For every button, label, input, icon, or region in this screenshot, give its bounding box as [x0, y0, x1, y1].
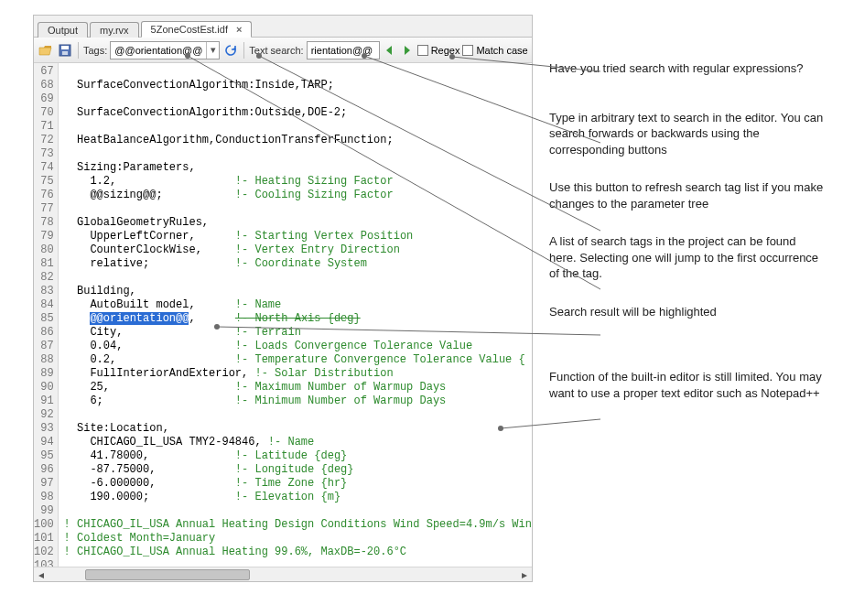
code-line	[64, 202, 532, 216]
code-line: 0.04, !- Loads Convergence Tolerance Val…	[64, 340, 532, 353]
code-line: Sizing:Parameters,	[64, 161, 532, 175]
code-line: 6; !- Minimum Number of Warmup Days	[64, 394, 532, 408]
chevron-down-icon[interactable]: ▾	[206, 42, 219, 59]
tab-output[interactable]: Output	[38, 22, 88, 38]
checkbox-box	[417, 45, 428, 56]
scroll-right-icon[interactable]: ▸	[517, 568, 532, 581]
svg-rect-2	[62, 51, 68, 55]
editor-window: Output my.rvx 5ZoneCostEst.idf × Tags: @…	[33, 15, 533, 582]
refresh-icon[interactable]	[222, 42, 239, 59]
scroll-left-icon[interactable]: ◂	[34, 568, 49, 581]
scroll-thumb[interactable]	[85, 569, 250, 580]
code-line	[64, 504, 532, 518]
code-line: GlobalGeometryRules,	[64, 216, 532, 230]
tab-label: Output	[48, 25, 78, 36]
code-line: Building,	[64, 285, 532, 298]
note-textsearch: Type in arbitrary text to search in the …	[549, 110, 824, 158]
code-line: SurfaceConvectionAlgorithm:Inside,TARP;	[64, 79, 532, 92]
note-tags: A list of search tags in the project can…	[549, 233, 824, 282]
code-line: FullInteriorAndExterior, !- Solar Distri…	[64, 367, 532, 381]
code-line: ! CHICAGO_IL_USA Annual Heating Design C…	[64, 518, 532, 532]
regex-label: Regex	[431, 45, 460, 56]
code-line	[64, 271, 532, 285]
code-line: relative; !- Coordinate System	[64, 257, 532, 271]
code-line: City, !- Terrain	[64, 326, 532, 340]
code-line: 41.78000, !- Latitude {deg}	[64, 449, 532, 463]
note-regex: Have you tried search with regular expre…	[549, 60, 824, 77]
code-line: Site:Location,	[64, 422, 532, 436]
code-line: 25, !- Maximum Number of Warmup Days	[64, 381, 532, 394]
svg-rect-1	[61, 46, 69, 49]
code-line: UpperLeftCorner, !- Starting Vertex Posi…	[64, 230, 532, 243]
code-line: HeatBalanceAlgorithm,ConductionTransferF…	[64, 134, 532, 147]
code-line: @@orientation@@, !- North Axis {deg}	[64, 312, 532, 326]
code-line	[64, 559, 532, 567]
code-line	[64, 65, 532, 79]
line-gutter: 6768697071727374757677787980818283848586…	[34, 63, 59, 567]
tab-label: 5ZoneCostEst.idf	[151, 24, 228, 35]
code-line	[64, 408, 532, 422]
code-line: CounterClockWise, !- Vertex Entry Direct…	[64, 243, 532, 257]
code-line: 190.0000; !- Elevation {m}	[64, 491, 532, 504]
search-prev-button[interactable]	[383, 43, 397, 58]
tags-label: Tags:	[83, 45, 107, 56]
tab-strip: Output my.rvx 5ZoneCostEst.idf ×	[34, 16, 532, 38]
code-line: ! Coldest Month=January	[64, 532, 532, 546]
matchcase-checkbox[interactable]: Match case	[462, 45, 527, 56]
checkbox-box	[462, 45, 473, 56]
note-refresh: Use this button to refresh search tag li…	[549, 179, 824, 211]
code-line	[64, 92, 532, 106]
code-area: 6768697071727374757677787980818283848586…	[34, 63, 532, 567]
code-line: -6.000000, !- Time Zone {hr}	[64, 477, 532, 491]
tags-value: @@orientation@@	[111, 45, 206, 56]
code-line: @@sizing@@; !- Cooling Sizing Factor	[64, 189, 532, 202]
save-icon[interactable]	[57, 42, 73, 59]
code-lines[interactable]: SurfaceConvectionAlgorithm:Inside,TARP; …	[59, 63, 532, 567]
search-input[interactable]	[307, 41, 380, 59]
code-line: SurfaceConvectionAlgorithm:Outside,DOE-2…	[64, 106, 532, 120]
matchcase-label: Match case	[476, 45, 527, 56]
regex-checkbox[interactable]: Regex	[417, 45, 460, 56]
code-line: 1.2, !- Heating Sizing Factor	[64, 175, 532, 189]
code-line	[64, 147, 532, 161]
close-icon[interactable]: ×	[236, 24, 242, 35]
tab-idf[interactable]: 5ZoneCostEst.idf ×	[141, 21, 253, 38]
toolbar: Tags: @@orientation@@ ▾ Text search: Reg…	[34, 38, 532, 63]
tab-label: my.rvx	[100, 25, 129, 36]
horizontal-scrollbar[interactable]: ◂ ▸	[34, 567, 532, 581]
code-line: 0.2, !- Temperature Convergence Toleranc…	[64, 353, 532, 367]
code-line: CHICAGO_IL_USA TMY2-94846, !- Name	[64, 436, 532, 449]
note-highlight: Search result will be highlighted	[549, 304, 824, 320]
note-limited: Function of the built-in editor is still…	[549, 369, 824, 401]
code-line	[64, 120, 532, 134]
code-line: ! CHICAGO_IL_USA Annual Heating 99.6%, M…	[64, 546, 532, 559]
code-line: -87.75000, !- Longitude {deg}	[64, 463, 532, 477]
code-line: AutoBuilt model, !- Name	[64, 298, 532, 312]
search-next-button[interactable]	[400, 43, 415, 58]
annotations: Have you tried search with regular expre…	[549, 55, 824, 424]
tab-myrvx[interactable]: my.rvx	[90, 22, 139, 38]
tags-dropdown[interactable]: @@orientation@@ ▾	[110, 41, 220, 59]
open-icon[interactable]	[38, 42, 54, 59]
search-label: Text search:	[249, 45, 303, 56]
